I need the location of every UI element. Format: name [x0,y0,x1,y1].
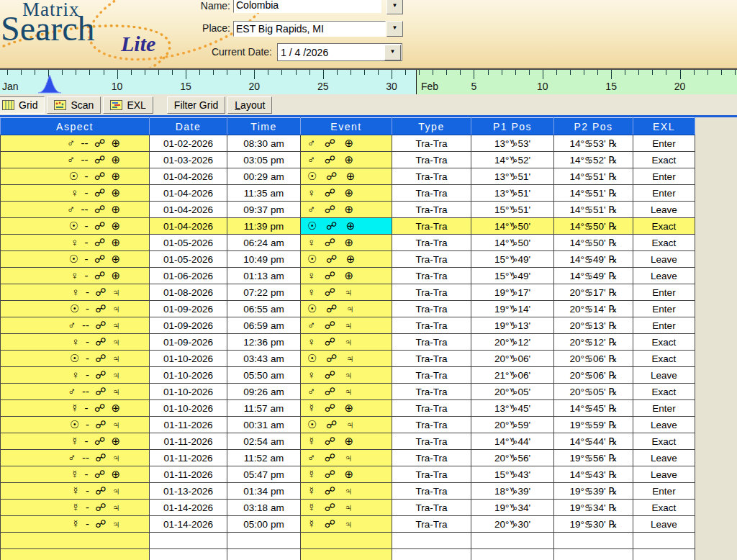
time-cell[interactable]: 03:05 pm [227,152,301,168]
aspect-cell[interactable]: ☿ - ☍ ♃ [1,483,150,500]
aspect-cell[interactable]: ♂ -- ☍ ⊕ [1,135,150,152]
exl-cell[interactable]: Enter [633,483,695,500]
date-cell[interactable]: 01-09-2026 [150,334,227,351]
table-row[interactable]: ☉ - ☍ ⊕01-04-202600:29 am☉ ☍ ⊕Tra-Tra13°… [1,168,695,185]
p2-pos-cell[interactable]: 19°♋34' ℞ [554,500,633,516]
table-row[interactable]: ♂ -- ☍ ⊕01-04-202609:37 pm♂ ☍ ⊕Tra-Tra15… [1,202,695,218]
filter-grid-button[interactable]: Filter Grid [167,96,225,114]
event-cell[interactable]: ☿ ☍ ♃ [301,500,392,516]
table-row[interactable]: ♂ -- ☍ ♃01-09-202606:59 am♂ ☍ ♃Tra-Tra19… [1,317,695,334]
aspect-cell[interactable]: ☉ - ☍ ♃ [1,417,150,433]
time-cell[interactable] [227,549,301,560]
type-cell[interactable]: Tra-Tra [392,317,471,334]
exl-cell[interactable]: Leave [633,417,695,433]
column-header-type[interactable]: Type [392,118,471,135]
aspect-cell[interactable]: ☉ - ☍ ⊕ [1,251,150,268]
time-cell[interactable]: 05:47 pm [227,466,301,483]
time-cell[interactable]: 00:31 am [227,417,301,433]
name-input[interactable] [233,0,381,13]
p2-pos-cell[interactable]: 14°♋52' ℞ [554,152,633,168]
p1-pos-cell[interactable]: 14°♑52' [471,152,554,168]
p2-pos-cell[interactable]: 20°♋12' ℞ [554,334,633,351]
table-row[interactable]: ☿ - ☍ ♃01-14-202603:18 am☿ ☍ ♃Tra-Tra19°… [1,500,695,516]
event-cell[interactable]: ♂ ☍ ♃ [301,450,392,466]
p1-pos-cell[interactable]: 13°♑51' [471,168,554,185]
event-cell[interactable]: ☉ ☍ ⊕ [301,251,392,268]
date-cell[interactable]: 01-14-2026 [150,516,227,533]
p2-pos-cell[interactable]: 20°♋05' ℞ [554,384,633,400]
type-cell[interactable]: Tra-Tra [392,334,471,351]
table-row[interactable]: ♀ - ☍ ♃01-09-202612:36 pm♀ ☍ ♃Tra-Tra20°… [1,334,695,351]
exl-cell[interactable]: Leave [633,251,695,268]
column-header-event[interactable]: Event [301,118,392,135]
date-cell[interactable]: 01-09-2026 [150,301,227,317]
type-cell[interactable]: Tra-Tra [392,152,471,168]
type-cell[interactable]: Tra-Tra [392,218,471,235]
column-header-p1-pos[interactable]: P1 Pos [471,118,554,135]
type-cell[interactable]: Tra-Tra [392,450,471,466]
date-cell[interactable]: 01-11-2026 [150,433,227,450]
date-cell[interactable]: 01-11-2026 [150,450,227,466]
exl-cell[interactable]: Leave [633,367,695,384]
p2-pos-cell[interactable]: 20°♋06' ℞ [554,367,633,384]
scan-button[interactable]: Scan [47,96,101,114]
exl-cell[interactable]: Enter [633,284,695,301]
date-cell[interactable]: 01-04-2026 [150,218,227,235]
p1-pos-cell[interactable]: 15°♑43' [471,466,554,483]
aspect-cell[interactable]: ♂ -- ☍ ♃ [1,317,150,334]
aspect-cell[interactable]: ♂ -- ☍ ♃ [1,384,150,400]
table-row[interactable]: ☉ - ☍ ♃01-09-202606:55 am☉ ☍ ♃Tra-Tra19°… [1,301,695,317]
table-row[interactable]: ♀ - ☍ ♃01-08-202607:22 pm♀ ☍ ♃Tra-Tra19°… [1,284,695,301]
exl-cell[interactable]: Exact [633,235,695,251]
p1-pos-cell[interactable]: 14°♑50' [471,218,554,235]
time-cell[interactable]: 10:49 pm [227,251,301,268]
event-cell[interactable]: ♂ ☍ ⊕ [301,152,392,168]
type-cell[interactable]: Tra-Tra [392,400,471,417]
date-cell[interactable]: 01-10-2026 [150,400,227,417]
p2-pos-cell[interactable]: 20°♋13' ℞ [554,317,633,334]
time-cell[interactable]: 03:18 am [227,500,301,516]
aspect-cell[interactable]: ☉ - ☍ ♃ [1,351,150,367]
time-cell[interactable]: 09:37 pm [227,202,301,218]
aspect-cell[interactable]: ♀ - ☍ ⊕ [1,235,150,251]
time-cell[interactable]: 11:35 am [227,185,301,202]
date-cell[interactable]: 01-04-2026 [150,202,227,218]
time-cell[interactable]: 03:43 am [227,351,301,367]
event-cell[interactable]: ☿ ☍ ⊕ [301,400,392,417]
date-cell[interactable] [150,549,227,560]
exl-cell[interactable]: Enter [633,135,695,152]
p1-pos-cell[interactable]: 21°♑06' [471,367,554,384]
table-row[interactable]: ☿ - ☍ ⊕01-10-202611:57 am☿ ☍ ⊕Tra-Tra13°… [1,400,695,417]
table-row[interactable]: ♀ - ☍ ⊕01-05-202606:24 am♀ ☍ ⊕Tra-Tra14°… [1,235,695,251]
p2-pos-cell[interactable]: 19°♋30' ℞ [554,516,633,533]
exl-cell[interactable]: Enter [633,185,695,202]
p2-pos-cell[interactable]: 14°♋50' ℞ [554,218,633,235]
p1-pos-cell[interactable]: 19°♑13' [471,317,554,334]
exl-cell[interactable]: Enter [633,400,695,417]
p2-pos-cell[interactable]: 14°♋50' ℞ [554,235,633,251]
type-cell[interactable]: Tra-Tra [392,483,471,500]
date-cell[interactable]: 01-06-2026 [150,268,227,284]
date-cell[interactable]: 01-13-2026 [150,483,227,500]
time-cell[interactable]: 11:39 pm [227,218,301,235]
exl-cell[interactable]: Exact [633,334,695,351]
type-cell[interactable]: Tra-Tra [392,367,471,384]
p2-pos-cell[interactable]: 19°♋39' ℞ [554,483,633,500]
aspect-cell[interactable]: ♀ - ☍ ♃ [1,284,150,301]
table-row[interactable]: ☿ - ☍ ⊕01-11-202602:54 am☿ ☍ ⊕Tra-Tra14°… [1,433,695,450]
table-row[interactable]: ☉ - ☍ ♃01-10-202603:43 am☉ ☍ ♃Tra-Tra20°… [1,351,695,367]
p2-pos-cell[interactable] [554,533,633,549]
table-row[interactable] [1,533,695,549]
type-cell[interactable]: Tra-Tra [392,185,471,202]
grid-button[interactable]: Grid [0,96,45,114]
current-date-marker-icon[interactable] [37,73,62,94]
p1-pos-cell[interactable]: 18°♑39' [471,483,554,500]
column-header-exl[interactable]: EXL [633,118,695,135]
table-row[interactable]: ♀ - ☍ ⊕01-06-202601:13 am♀ ☍ ⊕Tra-Tra15°… [1,268,695,284]
p2-pos-cell[interactable]: 20°♋17' ℞ [554,284,633,301]
p1-pos-cell[interactable]: 13°♑53' [471,135,554,152]
date-cell[interactable]: 01-02-2026 [150,135,227,152]
event-cell[interactable]: ☿ ☍ ⊕ [301,433,392,450]
date-cell[interactable]: 01-05-2026 [150,251,227,268]
event-cell[interactable] [301,549,392,560]
